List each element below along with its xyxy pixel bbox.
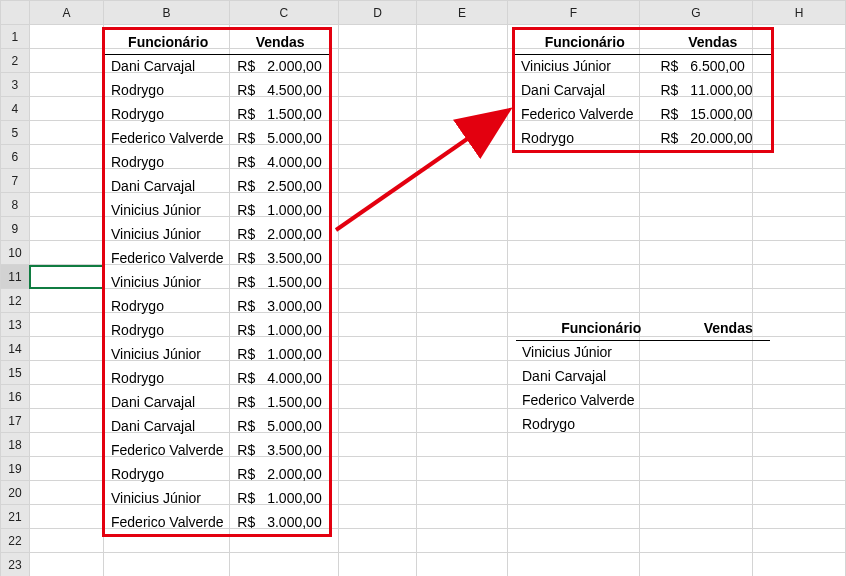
cell[interactable] (507, 289, 639, 313)
cell[interactable] (507, 529, 639, 553)
col-header[interactable]: D (338, 1, 416, 25)
row-header[interactable]: 18 (1, 433, 30, 457)
row-header[interactable]: 10 (1, 241, 30, 265)
cell[interactable] (338, 241, 416, 265)
cell[interactable] (29, 313, 103, 337)
cell[interactable] (29, 361, 103, 385)
row-header[interactable]: 22 (1, 529, 30, 553)
col-header[interactable]: C (229, 1, 338, 25)
cell[interactable] (338, 289, 416, 313)
cell[interactable] (29, 337, 103, 361)
cell[interactable] (753, 217, 846, 241)
cell[interactable] (417, 265, 508, 289)
cell[interactable] (417, 313, 508, 337)
cell[interactable] (639, 505, 752, 529)
cell[interactable] (753, 193, 846, 217)
cell[interactable] (639, 169, 752, 193)
cell[interactable] (338, 217, 416, 241)
cell[interactable] (639, 553, 752, 577)
cell[interactable] (417, 25, 508, 49)
cell[interactable] (417, 97, 508, 121)
cell[interactable] (29, 385, 103, 409)
row-header[interactable]: 20 (1, 481, 30, 505)
cell[interactable] (507, 505, 639, 529)
cell[interactable] (507, 265, 639, 289)
cell[interactable] (507, 193, 639, 217)
row-header[interactable]: 4 (1, 97, 30, 121)
cell[interactable] (29, 409, 103, 433)
cell[interactable] (338, 433, 416, 457)
cell[interactable] (29, 289, 103, 313)
cell[interactable] (417, 457, 508, 481)
cell[interactable] (753, 553, 846, 577)
row-header[interactable]: 6 (1, 145, 30, 169)
cell[interactable] (338, 265, 416, 289)
row-header[interactable]: 19 (1, 457, 30, 481)
row-header[interactable]: 5 (1, 121, 30, 145)
row-header[interactable]: 21 (1, 505, 30, 529)
col-header[interactable]: H (753, 1, 846, 25)
cell[interactable] (29, 97, 103, 121)
cell[interactable] (507, 553, 639, 577)
cell[interactable] (338, 121, 416, 145)
cell[interactable] (639, 265, 752, 289)
cell[interactable] (104, 553, 230, 577)
cell[interactable] (29, 73, 103, 97)
cell[interactable] (338, 457, 416, 481)
cell[interactable] (753, 529, 846, 553)
cell[interactable] (417, 337, 508, 361)
cell[interactable] (338, 529, 416, 553)
cell[interactable] (29, 169, 103, 193)
cell[interactable] (338, 361, 416, 385)
cell[interactable] (29, 481, 103, 505)
cell[interactable] (29, 265, 103, 289)
cell[interactable] (417, 385, 508, 409)
cell[interactable] (639, 481, 752, 505)
cell[interactable] (338, 385, 416, 409)
row-header[interactable]: 11 (1, 265, 30, 289)
cell[interactable] (639, 193, 752, 217)
cell[interactable] (639, 433, 752, 457)
cell[interactable] (29, 25, 103, 49)
cell[interactable] (507, 433, 639, 457)
cell[interactable] (338, 553, 416, 577)
cell[interactable] (338, 97, 416, 121)
cell[interactable] (753, 289, 846, 313)
cell[interactable] (753, 433, 846, 457)
cell[interactable] (417, 289, 508, 313)
cell[interactable] (417, 409, 508, 433)
cell[interactable] (417, 361, 508, 385)
cell[interactable] (507, 481, 639, 505)
cell[interactable] (753, 169, 846, 193)
cell[interactable] (639, 217, 752, 241)
cell[interactable] (417, 241, 508, 265)
row-header[interactable]: 3 (1, 73, 30, 97)
cell[interactable] (229, 553, 338, 577)
row-header[interactable]: 17 (1, 409, 30, 433)
cell[interactable] (507, 169, 639, 193)
row-header[interactable]: 8 (1, 193, 30, 217)
row-header[interactable]: 14 (1, 337, 30, 361)
cell[interactable] (753, 505, 846, 529)
cell[interactable] (417, 505, 508, 529)
cell[interactable] (29, 457, 103, 481)
cell[interactable] (338, 169, 416, 193)
cell[interactable] (338, 25, 416, 49)
cell[interactable] (338, 49, 416, 73)
cell[interactable] (29, 433, 103, 457)
cell[interactable] (417, 433, 508, 457)
col-header[interactable]: G (639, 1, 752, 25)
cell[interactable] (338, 505, 416, 529)
cell[interactable] (417, 193, 508, 217)
cell[interactable] (338, 73, 416, 97)
cell[interactable] (417, 73, 508, 97)
cell[interactable] (417, 121, 508, 145)
cell[interactable] (753, 457, 846, 481)
cell[interactable] (338, 337, 416, 361)
cell[interactable] (29, 553, 103, 577)
cell[interactable] (417, 49, 508, 73)
row-header[interactable]: 12 (1, 289, 30, 313)
cell[interactable] (417, 169, 508, 193)
cell[interactable] (338, 313, 416, 337)
cell[interactable] (753, 265, 846, 289)
